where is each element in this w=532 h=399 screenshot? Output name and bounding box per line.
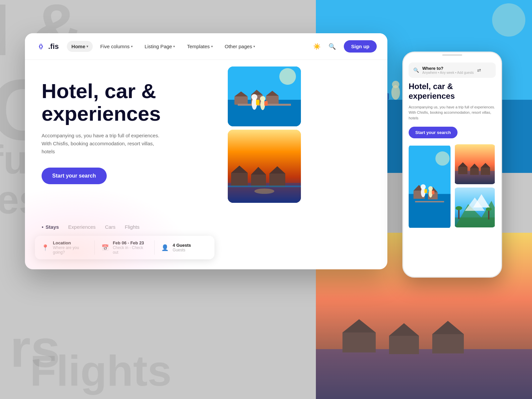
nav-five-columns[interactable]: Five columns ▾: [95, 41, 137, 52]
other-pages-chevron: ▾: [253, 45, 255, 48]
phone-image-tall: [409, 144, 451, 229]
nav-templates[interactable]: Templates ▾: [182, 41, 217, 52]
svg-point-33: [260, 96, 265, 101]
svg-rect-26: [266, 96, 279, 104]
nav-home[interactable]: Home ▾: [67, 41, 93, 52]
main-browser-card: .fis Home ▾ Five columns ▾ Listing Page …: [25, 33, 387, 269]
logo-icon: [36, 41, 46, 52]
templates-chevron: ▾: [211, 45, 213, 48]
svg-rect-65: [481, 168, 490, 175]
guests-label: 4 Guests: [173, 243, 191, 248]
phone-search-icon: 🔍: [413, 67, 419, 73]
svg-point-47: [435, 151, 450, 166]
svg-point-9: [392, 81, 399, 88]
phone-filter-icon[interactable]: ⇄: [477, 67, 481, 73]
navbar: .fis Home ▾ Five columns ▾ Listing Page …: [25, 33, 387, 60]
location-icon: 📍: [42, 244, 49, 251]
phone-search-bar[interactable]: 🔍 Where to? Anywhere • Any week • Add gu…: [409, 63, 496, 78]
five-columns-chevron: ▾: [131, 45, 133, 48]
calendar-icon: 📅: [101, 244, 109, 251]
hero-subtitle: Accompanying us, you have a trip full of…: [42, 132, 168, 156]
svg-point-30: [251, 94, 257, 100]
guests-field[interactable]: 👤 4 Guests Guests: [161, 240, 207, 255]
svg-rect-11: [316, 349, 532, 399]
svg-rect-43: [228, 186, 301, 187]
hero-photo-1: [228, 66, 301, 126]
date-label: Feb 06 - Feb 23: [113, 240, 148, 245]
svg-rect-31: [256, 100, 259, 105]
svg-rect-37: [231, 173, 248, 186]
phone-image-top-right: [454, 144, 496, 184]
tab-cars[interactable]: Cars: [105, 224, 116, 231]
search-divider-1: [94, 240, 95, 255]
svg-rect-74: [488, 210, 489, 219]
hero-photo-2: [228, 130, 301, 203]
svg-rect-58: [432, 191, 435, 195]
svg-point-18: [40, 46, 42, 48]
tab-experiences[interactable]: Experiences: [68, 224, 96, 231]
logo-text: .fis: [48, 42, 59, 51]
location-field[interactable]: 📍 Location Where are you going?: [42, 240, 88, 255]
logo[interactable]: .fis: [36, 41, 59, 52]
nav-other-pages[interactable]: Other pages ▾: [220, 41, 260, 52]
phone-cta-button[interactable]: Start your search: [409, 127, 458, 138]
svg-rect-41: [269, 174, 285, 187]
svg-rect-39: [251, 175, 266, 187]
search-icon-button[interactable]: 🔍: [326, 40, 338, 53]
svg-point-2: [492, 3, 525, 37]
location-label: Location: [53, 240, 88, 245]
hero-right: [224, 60, 388, 269]
phone-header: 🔍 Where to? Anywhere • Any week • Add gu…: [403, 57, 501, 82]
svg-point-73: [456, 206, 462, 210]
home-chevron: ▾: [86, 45, 88, 48]
phone-mockup: 🔍 Where to? Anywhere • Any week • Add gu…: [402, 52, 502, 278]
search-bar: 📍 Location Where are you going? 📅 Feb 06…: [35, 236, 214, 259]
phone-image-grid: [409, 144, 496, 231]
hero-section: Hotel, car & experiences Accompanying us…: [25, 60, 387, 269]
tab-stays[interactable]: Stays: [42, 224, 59, 231]
hero-tabs: Stays Experiences Cars Flights: [42, 224, 208, 231]
phone-subtitle: Accompanying us, you have a trip full of…: [409, 104, 496, 121]
svg-rect-22: [234, 96, 248, 105]
svg-rect-63: [470, 168, 479, 175]
svg-point-44: [254, 189, 274, 194]
hero-left: Hotel, car & experiences Accompanying us…: [25, 60, 224, 269]
date-sub: Check in - Check out: [113, 245, 148, 255]
svg-point-57: [428, 186, 433, 191]
bg-decorative-text-6: Flights: [30, 346, 172, 396]
svg-point-21: [279, 68, 296, 85]
location-value: Where are you going?: [53, 245, 88, 255]
tab-flights[interactable]: Flights: [125, 224, 139, 231]
svg-point-75: [486, 207, 492, 211]
svg-point-54: [421, 184, 426, 190]
guests-icon: 👤: [161, 244, 169, 251]
phone-title: Hotel, car & experiences: [409, 82, 496, 101]
svg-rect-34: [264, 101, 268, 106]
svg-rect-61: [458, 167, 467, 174]
svg-rect-55: [424, 189, 427, 193]
date-field[interactable]: 📅 Feb 06 - Feb 23 Check in - Check out: [101, 240, 148, 255]
theme-toggle-button[interactable]: ☀️: [311, 40, 323, 53]
search-divider-2: [154, 240, 155, 255]
guests-sub: Guests: [173, 248, 191, 252]
hero-title: Hotel, car & experiences: [42, 80, 208, 125]
phone-content: Hotel, car & experiences Accompanying us…: [403, 82, 501, 236]
listing-chevron: ▾: [173, 45, 175, 48]
svg-rect-72: [458, 209, 460, 219]
svg-rect-12: [342, 332, 376, 352]
phone-search-placeholder: Where to?: [422, 66, 474, 71]
svg-rect-16: [432, 334, 464, 353]
svg-rect-14: [389, 336, 419, 354]
signup-button[interactable]: Sign up: [344, 40, 377, 53]
nav-listing-page[interactable]: Listing Page ▾: [140, 41, 180, 52]
phone-search-sub: Anywhere • Any week • Add guests: [422, 71, 474, 74]
svg-rect-52: [415, 201, 444, 202]
hero-cta-button[interactable]: Start your search: [42, 168, 107, 184]
phone-image-bottom-right: [454, 188, 496, 227]
